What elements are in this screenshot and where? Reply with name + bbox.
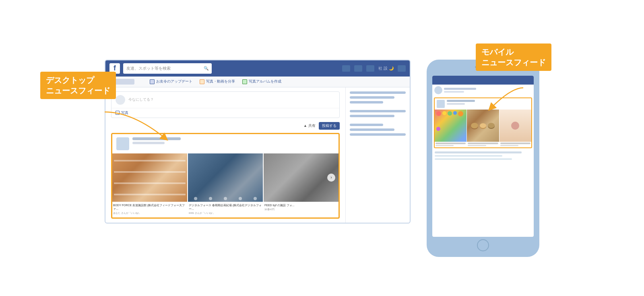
mobile-cap-line1-1 <box>436 143 466 144</box>
toolbar-photo-label: 写真・動画を分享 <box>206 79 235 84</box>
desktop-label: デスクトップ ニュースフィード <box>40 72 116 99</box>
toolbar-item-album[interactable]: 写真アルバムを作成 <box>242 79 281 84</box>
mobile-facebook-nav <box>432 76 534 85</box>
crowd-detail <box>188 153 263 202</box>
mobile-line-3 <box>435 158 512 160</box>
head-4 <box>239 197 242 200</box>
desktop-label-line2: ニュースフィード <box>46 86 110 95</box>
mobile-home-button[interactable] <box>477 239 489 251</box>
toolbar-update-label: お友令のアップデート <box>156 79 192 84</box>
shelf-row-1 <box>114 160 186 161</box>
shelf-row-3 <box>114 182 186 184</box>
nav-icons: 社 設 🌙 <box>342 65 406 72</box>
mobile-photo-1-candy <box>435 110 466 142</box>
shop-shelves-detail <box>112 153 187 202</box>
mobile-label-line1: モバイル <box>481 48 514 56</box>
sidebar-line-8 <box>350 133 406 136</box>
candy-3 <box>448 111 452 116</box>
post-button[interactable]: 投稿する <box>319 122 340 130</box>
candy-4 <box>453 111 457 115</box>
photo-icon <box>200 79 204 84</box>
desktop-arrow <box>101 108 189 144</box>
macaron-1 <box>471 123 478 128</box>
sidebar-line-2 <box>350 96 394 99</box>
mobile-post-time <box>447 103 465 105</box>
mobile-line-2 <box>435 155 502 157</box>
shelf-row-2 <box>114 171 186 173</box>
mobile-cap-1 <box>435 142 466 147</box>
mobile-poster-name <box>447 100 475 102</box>
macaron-2 <box>480 123 486 128</box>
caption-1-title: BODY FORCE 友達施設館 (株式会社フィードフォー大ファ... <box>113 203 186 211</box>
nav-user-text: 社 設 🌙 <box>378 66 394 71</box>
user-avatar-small <box>116 95 125 105</box>
candy-1 <box>436 111 441 116</box>
sidebar-line-5 <box>350 115 394 117</box>
search-icon: 🔍 <box>204 66 208 70</box>
mobile-cap-line1-3 <box>500 143 530 144</box>
mobile-label: モバイル ニュースフィード <box>476 43 551 71</box>
nav-icon-menu[interactable] <box>398 65 406 72</box>
mobile-cap-line2-2 <box>468 145 486 146</box>
mobile-user-avatar <box>434 86 442 94</box>
dessert-item <box>511 122 519 130</box>
photo-2-crowd <box>188 153 263 202</box>
search-placeholder-text: 友達、スポット等を検索 <box>126 66 202 71</box>
nav-icon-friends[interactable] <box>354 65 362 72</box>
photo-strip: › <box>112 153 339 202</box>
sidebar-line-3 <box>350 101 383 103</box>
mobile-scene: モバイル ニュースフィード <box>427 60 539 257</box>
photo-captions-row: BODY FORCE 友達施設館 (株式会社フィードフォー大ファ... あなた … <box>112 202 339 217</box>
photo-1-shop <box>112 153 187 202</box>
sidebar-line-4 <box>350 110 406 112</box>
photo-caption-3: FEED byf の施設 フォ... 35番47円 <box>264 203 339 215</box>
sidebar-line-6 <box>350 124 383 126</box>
mobile-label-line2: ニュースフィード <box>481 58 546 67</box>
facebook-search-bar[interactable]: 友達、スポット等を検索 🔍 <box>123 63 212 74</box>
caption-1-sub: あなた さんが「いいね!」 <box>113 211 186 215</box>
shelf-row-4 <box>114 194 186 195</box>
mobile-cap-3 <box>500 142 531 147</box>
facebook-navbar: f 友達、スポット等を検索 🔍 社 設 🌙 <box>105 60 410 77</box>
update-icon <box>150 79 155 84</box>
nav-icon-groups[interactable] <box>366 65 374 72</box>
candy-2 <box>442 111 446 115</box>
head-5 <box>254 197 257 200</box>
head-1 <box>194 197 197 200</box>
facebook-sidebar <box>345 87 410 223</box>
mobile-cap-2 <box>467 142 499 147</box>
mobile-line-1 <box>435 151 522 153</box>
post-box-top: 今なにしてる？ <box>111 92 339 108</box>
toolbar-album-label: 写真アルバムを作成 <box>249 79 281 84</box>
mobile-sidebar-lines <box>432 150 534 161</box>
mobile-cap-line1-2 <box>468 143 498 144</box>
post-placeholder-text[interactable]: 今なにしてる？ <box>128 97 154 102</box>
caption-2-sub: 6481 さんが「いいね!」 <box>189 211 262 215</box>
sidebar-line-7 <box>350 128 394 131</box>
mobile-poster-avatar <box>437 100 445 108</box>
mobile-arrow <box>479 84 527 116</box>
photo-caption-2: デジタルフォース 春期期企画紀場 (株式会社デジタルフォー... 6481 さん… <box>188 203 263 215</box>
toolbar-item-photo[interactable]: 写真・動画を分享 <box>200 79 235 84</box>
sidebar-line-1 <box>350 91 406 94</box>
candy-6 <box>436 127 440 131</box>
candy-decoration <box>435 110 466 142</box>
post-button-label: 投稿する <box>322 124 336 128</box>
caption-3-title: FEED byf の施設 フォ... <box>264 203 338 207</box>
toolbar-item-update[interactable]: お友令のアップデート <box>150 79 192 84</box>
photo-caption-1: BODY FORCE 友達施設館 (株式会社フィードフォー大ファ... あなた … <box>112 203 187 215</box>
facebook-toolbar: お友令のアップデート 写真・動画を分享 写真アルバムを作成 <box>105 77 410 87</box>
share-label: 共有 <box>308 123 316 128</box>
caption-2-title: デジタルフォース 春期期企画紀場 (株式会社デジタルフォー... <box>189 203 262 211</box>
nav-icon-home[interactable] <box>342 65 350 72</box>
head-3 <box>224 197 227 200</box>
macaron-3 <box>488 123 495 128</box>
mobile-caption-row <box>435 142 531 147</box>
head-2 <box>209 197 212 200</box>
caption-3-sub: 35番47円 <box>264 208 338 211</box>
desktop-label-line1: デスクトップ <box>46 76 94 85</box>
feed-post-highlighted: › BODY FORCE 友達施設館 (株式会社フィードフォー大ファ... あな… <box>111 133 340 219</box>
share-button[interactable]: ▲ 共有 <box>303 123 316 128</box>
photo-next-arrow[interactable]: › <box>327 174 335 182</box>
mobile-name-line <box>444 88 476 90</box>
